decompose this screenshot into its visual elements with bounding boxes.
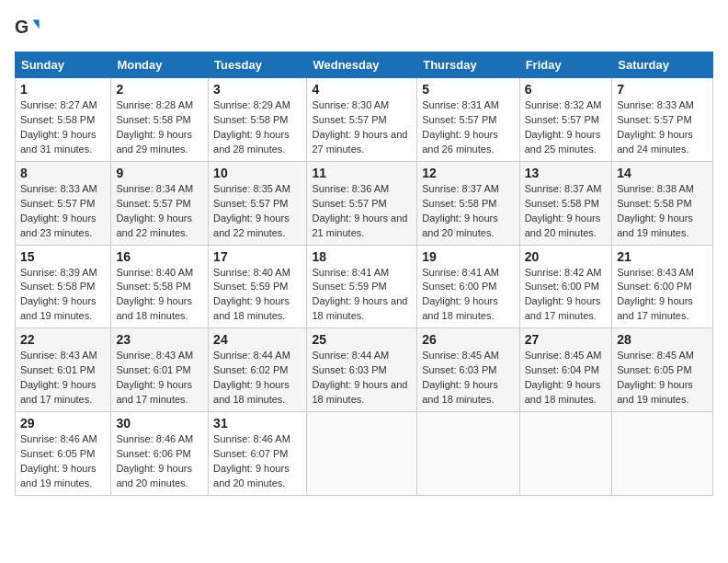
header-row: Sunday Monday Tuesday Wednesday Thursday… bbox=[16, 52, 713, 78]
header-wednesday: Wednesday bbox=[307, 52, 417, 78]
calendar-cell: 23 Sunrise: 8:43 AMSunset: 6:01 PMDaylig… bbox=[111, 328, 209, 412]
day-info: Sunrise: 8:40 AMSunset: 5:58 PMDaylight:… bbox=[116, 267, 193, 322]
day-number: 6 bbox=[525, 82, 608, 97]
day-info: Sunrise: 8:45 AMSunset: 6:03 PMDaylight:… bbox=[422, 350, 499, 405]
day-number: 29 bbox=[20, 416, 106, 431]
day-number: 10 bbox=[213, 166, 301, 180]
day-number: 15 bbox=[20, 249, 106, 264]
day-number: 4 bbox=[312, 82, 412, 97]
day-info: Sunrise: 8:45 AMSunset: 6:04 PMDaylight:… bbox=[525, 350, 602, 405]
calendar-cell: 18 Sunrise: 8:41 AMSunset: 5:59 PMDaylig… bbox=[307, 245, 417, 328]
day-info: Sunrise: 8:42 AMSunset: 6:00 PMDaylight:… bbox=[525, 267, 602, 322]
calendar-cell bbox=[417, 412, 519, 496]
calendar-cell: 28 Sunrise: 8:45 AMSunset: 6:05 PMDaylig… bbox=[612, 328, 713, 412]
day-info: Sunrise: 8:37 AMSunset: 5:58 PMDaylight:… bbox=[525, 183, 602, 238]
day-info: Sunrise: 8:43 AMSunset: 6:00 PMDaylight:… bbox=[617, 267, 694, 322]
calendar-cell: 26 Sunrise: 8:45 AMSunset: 6:03 PMDaylig… bbox=[417, 328, 519, 412]
day-number: 1 bbox=[20, 82, 106, 97]
day-number: 23 bbox=[116, 332, 203, 347]
day-number: 9 bbox=[116, 166, 203, 180]
calendar-cell: 30 Sunrise: 8:46 AMSunset: 6:06 PMDaylig… bbox=[111, 412, 209, 496]
day-info: Sunrise: 8:43 AMSunset: 6:01 PMDaylight:… bbox=[20, 350, 97, 405]
day-info: Sunrise: 8:35 AMSunset: 5:57 PMDaylight:… bbox=[213, 183, 290, 238]
calendar-week-3: 15 Sunrise: 8:39 AMSunset: 5:58 PMDaylig… bbox=[16, 245, 713, 328]
day-number: 12 bbox=[422, 166, 514, 180]
calendar-week-1: 1 Sunrise: 8:27 AMSunset: 5:58 PMDayligh… bbox=[16, 78, 713, 162]
svg-marker-1 bbox=[33, 20, 40, 29]
day-info: Sunrise: 8:45 AMSunset: 6:05 PMDaylight:… bbox=[617, 350, 694, 405]
calendar-cell: 31 Sunrise: 8:46 AMSunset: 6:07 PMDaylig… bbox=[209, 412, 307, 496]
day-number: 20 bbox=[525, 249, 608, 264]
calendar-table: Sunday Monday Tuesday Wednesday Thursday… bbox=[15, 52, 713, 496]
calendar-cell bbox=[612, 412, 713, 496]
calendar-cell: 22 Sunrise: 8:43 AMSunset: 6:01 PMDaylig… bbox=[16, 328, 111, 412]
day-number: 16 bbox=[116, 249, 203, 264]
day-info: Sunrise: 8:46 AMSunset: 6:06 PMDaylight:… bbox=[116, 433, 193, 488]
day-info: Sunrise: 8:34 AMSunset: 5:57 PMDaylight:… bbox=[116, 183, 193, 238]
day-number: 13 bbox=[525, 166, 608, 180]
header-friday: Friday bbox=[519, 52, 612, 78]
day-number: 5 bbox=[422, 82, 514, 97]
calendar-week-4: 22 Sunrise: 8:43 AMSunset: 6:01 PMDaylig… bbox=[16, 328, 713, 412]
calendar-cell: 4 Sunrise: 8:30 AMSunset: 5:57 PMDayligh… bbox=[307, 78, 417, 162]
day-number: 27 bbox=[525, 332, 608, 347]
logo-icon: G bbox=[15, 15, 40, 40]
calendar-cell: 9 Sunrise: 8:34 AMSunset: 5:57 PMDayligh… bbox=[111, 161, 209, 245]
day-info: Sunrise: 8:44 AMSunset: 6:02 PMDaylight:… bbox=[213, 350, 290, 405]
day-info: Sunrise: 8:29 AMSunset: 5:58 PMDaylight:… bbox=[213, 99, 290, 155]
day-info: Sunrise: 8:41 AMSunset: 5:59 PMDaylight:… bbox=[312, 267, 407, 322]
day-number: 28 bbox=[617, 332, 708, 347]
day-number: 24 bbox=[213, 332, 301, 347]
calendar-cell: 6 Sunrise: 8:32 AMSunset: 5:57 PMDayligh… bbox=[519, 78, 612, 162]
day-info: Sunrise: 8:43 AMSunset: 6:01 PMDaylight:… bbox=[116, 350, 193, 405]
calendar-cell: 17 Sunrise: 8:40 AMSunset: 5:59 PMDaylig… bbox=[209, 245, 307, 328]
day-number: 22 bbox=[20, 332, 106, 347]
day-number: 30 bbox=[116, 416, 203, 431]
day-number: 31 bbox=[213, 416, 301, 431]
calendar-cell: 20 Sunrise: 8:42 AMSunset: 6:00 PMDaylig… bbox=[519, 245, 612, 328]
day-info: Sunrise: 8:40 AMSunset: 5:59 PMDaylight:… bbox=[213, 267, 290, 322]
page-header: G bbox=[15, 15, 713, 40]
day-info: Sunrise: 8:46 AMSunset: 6:05 PMDaylight:… bbox=[20, 433, 97, 488]
calendar-cell bbox=[519, 412, 612, 496]
day-info: Sunrise: 8:33 AMSunset: 5:57 PMDaylight:… bbox=[617, 99, 694, 155]
day-number: 3 bbox=[213, 82, 301, 97]
header-monday: Monday bbox=[111, 52, 209, 78]
logo: G bbox=[15, 15, 44, 40]
day-info: Sunrise: 8:39 AMSunset: 5:58 PMDaylight:… bbox=[20, 267, 97, 322]
calendar-cell: 29 Sunrise: 8:46 AMSunset: 6:05 PMDaylig… bbox=[16, 412, 111, 496]
day-info: Sunrise: 8:36 AMSunset: 5:57 PMDaylight:… bbox=[312, 183, 407, 238]
calendar-cell: 27 Sunrise: 8:45 AMSunset: 6:04 PMDaylig… bbox=[519, 328, 612, 412]
calendar-cell: 12 Sunrise: 8:37 AMSunset: 5:58 PMDaylig… bbox=[417, 161, 519, 245]
day-number: 11 bbox=[312, 166, 412, 180]
calendar-cell bbox=[307, 412, 417, 496]
calendar-cell: 7 Sunrise: 8:33 AMSunset: 5:57 PMDayligh… bbox=[612, 78, 713, 162]
day-info: Sunrise: 8:41 AMSunset: 6:00 PMDaylight:… bbox=[422, 267, 499, 322]
day-info: Sunrise: 8:46 AMSunset: 6:07 PMDaylight:… bbox=[213, 433, 290, 488]
day-number: 2 bbox=[116, 82, 203, 97]
header-saturday: Saturday bbox=[612, 52, 713, 78]
day-info: Sunrise: 8:27 AMSunset: 5:58 PMDaylight:… bbox=[20, 99, 97, 155]
day-info: Sunrise: 8:33 AMSunset: 5:57 PMDaylight:… bbox=[20, 183, 97, 238]
calendar-cell: 10 Sunrise: 8:35 AMSunset: 5:57 PMDaylig… bbox=[209, 161, 307, 245]
calendar-cell: 8 Sunrise: 8:33 AMSunset: 5:57 PMDayligh… bbox=[16, 161, 111, 245]
calendar-cell: 19 Sunrise: 8:41 AMSunset: 6:00 PMDaylig… bbox=[417, 245, 519, 328]
day-number: 25 bbox=[312, 332, 412, 347]
calendar-cell: 14 Sunrise: 8:38 AMSunset: 5:58 PMDaylig… bbox=[612, 161, 713, 245]
calendar-cell: 2 Sunrise: 8:28 AMSunset: 5:58 PMDayligh… bbox=[111, 78, 209, 162]
day-number: 21 bbox=[617, 249, 708, 264]
day-info: Sunrise: 8:31 AMSunset: 5:57 PMDaylight:… bbox=[422, 99, 499, 155]
calendar-cell: 11 Sunrise: 8:36 AMSunset: 5:57 PMDaylig… bbox=[307, 161, 417, 245]
calendar-cell: 15 Sunrise: 8:39 AMSunset: 5:58 PMDaylig… bbox=[16, 245, 111, 328]
calendar-week-5: 29 Sunrise: 8:46 AMSunset: 6:05 PMDaylig… bbox=[16, 412, 713, 496]
day-info: Sunrise: 8:28 AMSunset: 5:58 PMDaylight:… bbox=[116, 99, 193, 155]
header-sunday: Sunday bbox=[16, 52, 111, 78]
day-number: 18 bbox=[312, 249, 412, 264]
day-info: Sunrise: 8:38 AMSunset: 5:58 PMDaylight:… bbox=[617, 183, 694, 238]
day-info: Sunrise: 8:44 AMSunset: 6:03 PMDaylight:… bbox=[312, 350, 407, 405]
day-number: 19 bbox=[422, 249, 514, 264]
day-number: 8 bbox=[20, 166, 106, 180]
calendar-cell: 21 Sunrise: 8:43 AMSunset: 6:00 PMDaylig… bbox=[612, 245, 713, 328]
day-info: Sunrise: 8:30 AMSunset: 5:57 PMDaylight:… bbox=[312, 99, 407, 155]
calendar-cell: 5 Sunrise: 8:31 AMSunset: 5:57 PMDayligh… bbox=[417, 78, 519, 162]
